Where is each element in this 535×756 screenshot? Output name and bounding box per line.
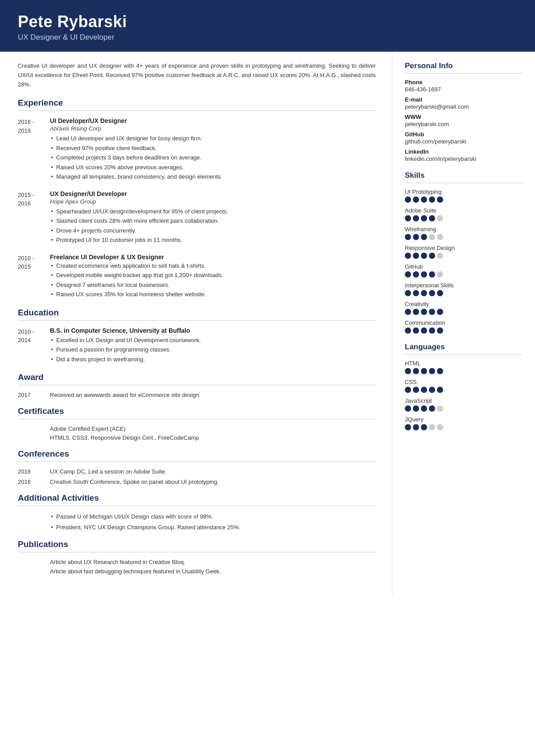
dot-filled — [413, 424, 419, 430]
skill-dots — [405, 215, 523, 221]
email-value: peterybarski@gmail.com — [405, 103, 523, 110]
skill-name: HTML — [405, 360, 523, 367]
header-name: Pete Rybarski — [18, 12, 517, 31]
dot-filled — [437, 290, 443, 296]
experience-rows: 2016 - 2019UI Developer/UX DesignerAbrax… — [18, 117, 376, 300]
dot-empty — [429, 424, 435, 430]
dot-filled — [429, 271, 435, 278]
body-wrapper: Creative UI developer and UX designer wi… — [0, 52, 535, 596]
dot-filled — [405, 405, 411, 412]
dot-empty — [437, 405, 443, 412]
skill-item: Interpersonal Skills — [405, 282, 523, 296]
dot-filled — [421, 253, 427, 259]
dot-filled — [413, 234, 419, 240]
exp-date: 2015 - 2016 — [18, 190, 50, 245]
skills-list: UI PrototypingAdobe SuiteWireframingResp… — [405, 188, 523, 334]
skill-dots — [405, 234, 523, 240]
dot-filled — [421, 234, 427, 240]
certificates-section: Certificates Adobe Certified Expert (ACE… — [18, 406, 376, 441]
dot-filled — [429, 405, 435, 412]
skill-dots — [405, 327, 523, 334]
education-rows: 2010 - 2014B.S. in Computer Science, Uni… — [18, 327, 376, 365]
publication-item: Article about UX Research featured in Cr… — [50, 559, 376, 565]
skill-item: Wireframing — [405, 226, 523, 240]
personal-info-section: Personal Info Phone 646-436-1697 E-mail … — [405, 61, 523, 162]
conference-row: 2016Creative South Conference, Spoke on … — [18, 478, 376, 485]
list-item: President, NYC UX Design Champions Group… — [50, 523, 376, 532]
skills-title: Skills — [405, 171, 523, 180]
dot-filled — [429, 215, 435, 221]
skill-item: Creativity — [405, 301, 523, 315]
dot-filled — [405, 309, 411, 315]
dot-filled — [413, 309, 419, 315]
personal-info-title: Personal Info — [405, 61, 523, 70]
list-item: Developed mobile weight-tracker app that… — [50, 271, 376, 280]
dot-filled — [429, 387, 435, 393]
dot-filled — [413, 368, 419, 374]
list-item: Raised UX scores 20% above previous aver… — [50, 163, 376, 172]
dot-empty — [437, 215, 443, 221]
summary: Creative UI developer and UX designer wi… — [18, 61, 376, 89]
dot-filled — [421, 405, 427, 412]
experience-row: 2016 - 2019UI Developer/UX DesignerAbrax… — [18, 117, 376, 182]
certificate-item: HTML5, CSS3, Responsive Design Cert., Fr… — [50, 434, 376, 441]
main-column: Creative UI developer and UX designer wi… — [0, 52, 392, 596]
conf-content: Creative South Conference, Spoke on pane… — [50, 478, 376, 485]
certificates-title: Certificates — [18, 406, 376, 416]
dot-filled — [429, 309, 435, 315]
skill-dots — [405, 271, 523, 278]
dot-filled — [405, 290, 411, 296]
dot-filled — [421, 387, 427, 393]
dot-filled — [437, 368, 443, 374]
skills-divider — [405, 183, 523, 183]
additional-section: Additional Activities Passed U of Michig… — [18, 493, 376, 531]
skill-name: JQuery — [405, 416, 523, 423]
skill-dots — [405, 424, 523, 430]
languages-list: HTMLCSSJavaScriptJQuery — [405, 360, 523, 430]
dot-filled — [413, 387, 419, 393]
exp-content: UX Designer/UI DeveloperHope Apex GroupS… — [50, 190, 376, 245]
exp-content: UI Developer/UX DesignerAbraxis Rising C… — [50, 117, 376, 182]
publications-divider — [18, 552, 376, 552]
skill-dots — [405, 368, 523, 374]
dot-filled — [413, 215, 419, 221]
edu-bullets: Excelled in UX Design and UI Development… — [50, 336, 376, 364]
languages-divider — [405, 354, 523, 355]
list-item: Raised UX scores 35% for local homeless … — [50, 290, 376, 299]
skills-section: Skills UI PrototypingAdobe SuiteWirefram… — [405, 171, 523, 334]
additional-divider — [18, 506, 376, 506]
dot-filled — [421, 424, 427, 430]
dot-filled — [413, 327, 419, 334]
list-item: Designed 7 wireframes for local business… — [50, 281, 376, 290]
list-item: Drove 4+ projects concurrently. — [50, 226, 376, 235]
education-row: 2010 - 2014B.S. in Computer Science, Uni… — [18, 327, 376, 365]
dot-filled — [405, 271, 411, 278]
dot-empty — [429, 234, 435, 240]
dot-filled — [413, 271, 419, 278]
skill-dots — [405, 196, 523, 203]
exp-bullets: Spearheaded UI/UX design/development for… — [50, 207, 376, 245]
languages-title: Languages — [405, 343, 523, 351]
award-content: Received an awwwards award for eCommerce… — [50, 392, 376, 398]
conferences-section: Conferences 2018UX Camp DC, Led a sessio… — [18, 449, 376, 485]
dot-empty — [437, 253, 443, 259]
skill-dots — [405, 309, 523, 315]
conf-date: 2018 — [18, 468, 50, 475]
dot-filled — [405, 234, 411, 240]
edu-date: 2010 - 2014 — [18, 327, 50, 365]
list-item: Prototyped UI for 10 customer jobs in 11… — [50, 236, 376, 245]
personal-info-divider — [405, 73, 523, 74]
dot-filled — [437, 327, 443, 334]
experience-row: 2015 - 2016UX Designer/UI DeveloperHope … — [18, 190, 376, 245]
dot-filled — [405, 387, 411, 393]
experience-section: Experience 2016 - 2019UI Developer/UX De… — [18, 98, 376, 300]
exp-jobtitle: UX Designer/UI Developer — [50, 190, 376, 197]
edu-content: B.S. in Computer Science, University at … — [50, 327, 376, 365]
edu-degree: B.S. in Computer Science, University at … — [50, 327, 376, 334]
additional-title: Additional Activities — [18, 493, 376, 503]
exp-jobtitle: UI Developer/UX Designer — [50, 117, 376, 124]
education-divider — [18, 320, 376, 321]
dot-filled — [405, 253, 411, 259]
experience-row: 2010 - 2015Freelance UI Developer & UX D… — [18, 253, 376, 300]
list-item: Completed projects 3 days before deadlin… — [50, 153, 376, 162]
